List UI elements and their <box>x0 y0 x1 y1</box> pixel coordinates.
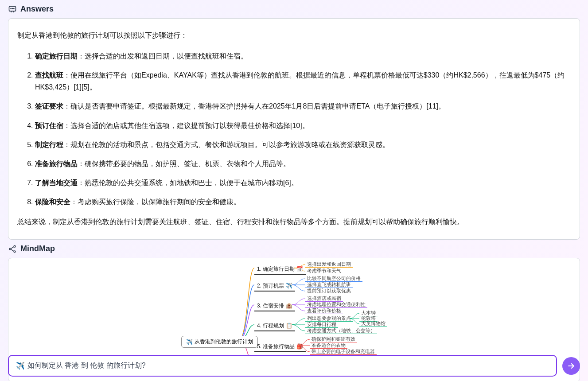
arrow-right-icon <box>567 362 576 370</box>
mindmap-leaf[interactable]: 比较不同航空公司的价格 <box>305 275 362 282</box>
input-bar: ✈️ 如何制定从 香港 到 伦敦 的旅行计划? <box>8 355 580 377</box>
answer-item: 制定行程：规划在伦敦的活动和景点，包括交通方式、餐饮和游玩项目。可以参考旅游攻略… <box>35 139 571 151</box>
svg-point-2 <box>12 8 12 8</box>
airplane-icon: ✈️ <box>16 362 25 370</box>
query-text: 如何制定从 香港 到 伦敦 的旅行计划? <box>27 361 146 370</box>
mindmap-branch[interactable]: 4. 行程规划 📋 <box>254 321 295 331</box>
svg-point-4 <box>9 248 11 250</box>
mindmap-branch[interactable]: 2. 预订机票 ✈️ <box>254 281 295 292</box>
send-button[interactable] <box>562 357 580 375</box>
svg-point-3 <box>14 8 14 8</box>
answers-title: Answers <box>20 4 54 14</box>
query-input[interactable]: ✈️ 如何制定从 香港 到 伦敦 的旅行计划? <box>8 355 557 377</box>
mindmap-leaf[interactable]: 提前预订以获取优惠 <box>305 288 353 294</box>
mindmap-leaf[interactable]: 大英博物馆 <box>359 320 387 327</box>
mindmap-leaf[interactable]: 考虑季节和天气 <box>305 268 343 274</box>
answer-item: 保险和安全：考虑购买旅行保险，以保障旅行期间的安全和健康。 <box>35 196 571 208</box>
answers-header: Answers <box>8 0 580 18</box>
chat-icon <box>8 5 17 14</box>
svg-point-1 <box>11 8 11 8</box>
mindmap-leaf[interactable]: 选择出发和返回日期 <box>305 261 353 268</box>
mindmap-leaf[interactable]: 选择直飞或转机航班 <box>305 281 353 288</box>
mindmap-title: MindMap <box>20 244 55 253</box>
answer-item: 查找航班：使用在线旅行平台（如Expedia、KAYAK等）查找从香港到伦敦的航… <box>35 69 571 93</box>
answer-item: 签证要求：确认是否需要申请签证。根据最新规定，香港特区护照持有人在2025年1月… <box>35 100 571 112</box>
mindmap-branch[interactable]: 3. 住宿安排 🏨 <box>254 301 295 311</box>
mindmap-root[interactable]: ✈️ 从香港到伦敦的旅行计划 <box>181 336 258 348</box>
answer-item: 确定旅行日期：选择合适的出发和返回日期，以便查找航班和住宿。 <box>35 50 571 62</box>
answer-item: 准备旅行物品：确保携带必要的物品，如护照、签证、机票、衣物和个人用品等。 <box>35 158 571 170</box>
answer-item: 了解当地交通：熟悉伦敦的公共交通系统，如地铁和巴士，以便于在城市内移动[6]。 <box>35 177 571 189</box>
mindmap-branch[interactable]: 1. 确定旅行日期 📅 <box>254 264 306 275</box>
answers-outro: 总结来说，制定从香港到伦敦的旅行计划需要关注航班、签证、住宿、行程安排和旅行物品… <box>17 216 571 229</box>
answer-item: 预订住宿：选择合适的酒店或其他住宿选项，建议提前预订以获得最佳价格和选择[10]… <box>35 120 571 132</box>
svg-point-5 <box>14 245 16 247</box>
svg-point-6 <box>14 251 16 253</box>
mindmap-leaf[interactable]: 选择酒店或民宿 <box>305 295 343 302</box>
mindmap-leaf[interactable]: 考虑地理位置和交通便利性 <box>305 301 367 308</box>
mindmap-branch[interactable]: 5. 准备旅行物品 🎒 <box>254 342 306 352</box>
answers-list: 确定旅行日期：选择合适的出发和返回日期，以便查找航班和住宿。 查找航班：使用在线… <box>17 50 571 208</box>
airplane-icon: ✈️ <box>186 339 193 345</box>
mindmap-leaf[interactable]: 列出想要参观的景点 <box>305 315 353 322</box>
mindmap-header: MindMap <box>8 240 580 258</box>
mindmap-leaf[interactable]: 准备适合的衣物 <box>310 342 347 349</box>
mindmap-leaf[interactable]: 安排每日行程 <box>305 321 338 328</box>
mindmap-leaf[interactable]: 查看评价和价格 <box>305 307 343 314</box>
answers-intro: 制定从香港到伦敦的旅行计划可以按照以下步骤进行： <box>17 29 571 42</box>
mindmap-leaf[interactable]: 确保护照和签证有效 <box>310 336 357 342</box>
mindmap-leaf[interactable]: 考虑交通方式（地铁、公交等） <box>305 327 377 334</box>
answers-card: 制定从香港到伦敦的旅行计划可以按照以下步骤进行： 确定旅行日期：选择合适的出发和… <box>8 18 580 240</box>
mindmap-leaf[interactable]: 带上必要的电子设备和充电器 <box>310 348 377 355</box>
mindmap-icon <box>8 245 17 253</box>
